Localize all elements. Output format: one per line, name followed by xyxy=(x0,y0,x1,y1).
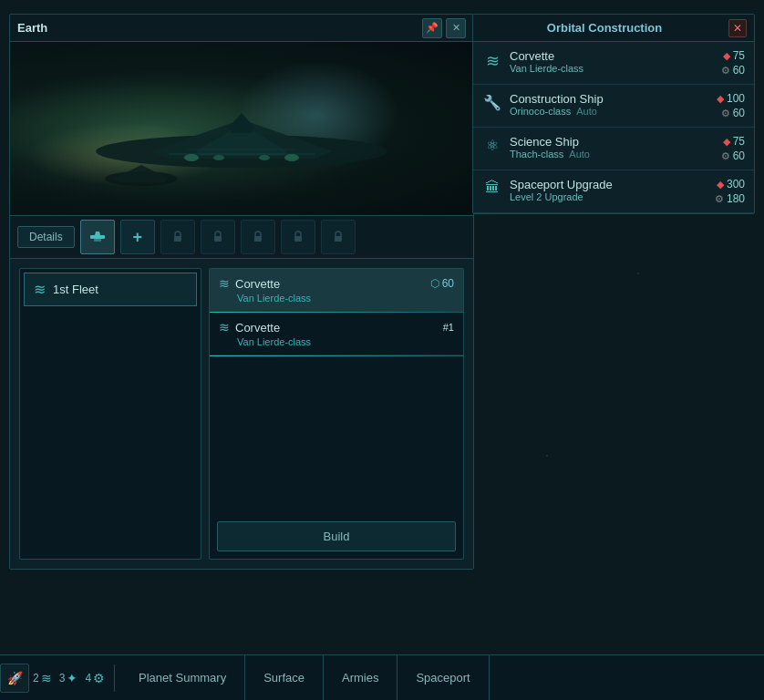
orbital-item-2-info: Science Ship Thach-class Auto xyxy=(510,135,674,160)
orbital-energy-row-3: ⚙ 180 xyxy=(715,192,745,205)
fleet-item[interactable]: ≋ 1st Fleet xyxy=(24,273,197,306)
bottom-science-item[interactable]: 3 ✦ xyxy=(56,671,82,685)
fleet-icon: ≋ xyxy=(34,281,46,298)
orbital-minerals-row-0: ◆ 75 xyxy=(723,49,745,62)
details-button[interactable]: Details xyxy=(17,226,75,248)
orbital-item-1-costs: ◆ 100 ⚙ 60 xyxy=(681,92,745,119)
energy-icon-orb-3: ⚙ xyxy=(715,193,724,205)
build-button[interactable]: Build xyxy=(217,521,456,551)
svg-rect-14 xyxy=(94,239,101,242)
svg-rect-16 xyxy=(214,236,222,242)
minerals-icon-0: ◆ xyxy=(723,50,730,62)
bottom-construct-item[interactable]: 4 ⚙ xyxy=(81,671,108,685)
energy-icon-orb-1: ⚙ xyxy=(721,108,730,119)
pin-button[interactable]: 📌 xyxy=(422,18,442,38)
orbital-item-2[interactable]: ⚛ Science Ship Thach-class Auto ◆ 75 ⚙ 6… xyxy=(473,128,754,170)
bottom-icon-ship[interactable]: 🚀 xyxy=(0,664,29,693)
svg-rect-12 xyxy=(90,235,105,239)
ship-tab-icon xyxy=(88,228,107,246)
lock-icon-6 xyxy=(291,230,305,244)
tab-6[interactable] xyxy=(281,220,315,254)
orbital-item-2-costs: ◆ 75 ⚙ 60 xyxy=(681,135,745,162)
minerals-val-3: 300 xyxy=(727,178,745,190)
ship-item-1-header: ≋ Corvette #1 xyxy=(219,320,454,335)
ship-name-0: Corvette xyxy=(235,277,280,291)
bottom-tab-planet-summary[interactable]: Planet Summary xyxy=(120,655,245,700)
ship-subname-0: Van Lierde-class xyxy=(237,293,454,304)
orbital-minerals-row-2: ◆ 75 xyxy=(723,135,745,148)
ship-badge-label-1: #1 xyxy=(443,322,454,333)
orbital-item-1[interactable]: 🔧 Construction Ship Orinoco-class Auto ◆… xyxy=(473,85,754,128)
energy-icon-orb-2: ⚙ xyxy=(721,150,730,162)
orbital-item-0-class: Van Lierde-class xyxy=(510,63,674,74)
orbital-item-3-name: Spaceport Upgrade xyxy=(510,178,674,191)
ship-item-1[interactable]: ≋ Corvette #1 Van Lierde-class xyxy=(210,313,463,355)
energy-val-2: 60 xyxy=(733,149,745,162)
orbital-item-1-auto: Auto xyxy=(576,106,597,117)
orbital-item-3-costs: ◆ 300 ⚙ 180 xyxy=(681,178,745,205)
bottom-fleet-icon: ≋ xyxy=(41,671,52,685)
orbital-item-0-info: Corvette Van Lierde-class xyxy=(510,49,674,74)
orbital-title-bar: Orbital Construction ✕ xyxy=(473,15,754,42)
orbital-item-0-costs: ◆ 75 ⚙ 60 xyxy=(681,49,745,77)
orbital-item-3[interactable]: 🏛 Spaceport Upgrade Level 2 Upgrade ◆ 30… xyxy=(473,170,754,213)
orbital-title: Orbital Construction xyxy=(480,21,728,35)
orbital-minerals-row-3: ◆ 300 xyxy=(717,178,745,190)
build-btn-row: Build xyxy=(210,514,463,559)
bottom-tab-armies[interactable]: Armies xyxy=(324,655,397,700)
close-button[interactable]: ✕ xyxy=(446,18,466,38)
tab-ship[interactable] xyxy=(80,220,115,254)
tab-3[interactable] xyxy=(160,220,195,254)
ship-item-1-left: ≋ Corvette xyxy=(219,320,280,335)
orbital-item-2-name: Science Ship xyxy=(510,135,674,149)
fleet-name: 1st Fleet xyxy=(53,283,98,296)
orbital-item-3-class: Level 2 Upgrade xyxy=(510,191,674,202)
ships-list: ≋ Corvette ⬡ 60 Van Lierde-class ≋ Corve… xyxy=(209,268,464,560)
orbital-minerals-row-1: ◆ 100 xyxy=(717,92,745,105)
orbital-item-1-class: Orinoco-class xyxy=(510,106,571,117)
orbital-close-button[interactable]: ✕ xyxy=(728,19,747,37)
energy-value-0: 60 xyxy=(442,277,454,290)
energy-icon-orb-0: ⚙ xyxy=(721,65,730,77)
orbital-item-3-info: Spaceport Upgrade Level 2 Upgrade xyxy=(510,178,674,202)
energy-val-1: 60 xyxy=(733,107,745,119)
svg-marker-13 xyxy=(95,232,100,235)
orbital-item-1-info: Construction Ship Orinoco-class Auto xyxy=(510,92,674,117)
tab-7[interactable] xyxy=(321,220,356,254)
ship-subname-1: Van Lierde-class xyxy=(237,336,454,347)
tab-5[interactable] xyxy=(241,220,275,254)
ship-name-1: Corvette xyxy=(235,321,280,335)
minerals-val-2: 75 xyxy=(733,135,745,148)
minerals-val-0: 75 xyxy=(733,49,745,62)
lock-icon-7 xyxy=(331,230,346,244)
orbital-energy-row-0: ⚙ 60 xyxy=(721,64,745,77)
svg-point-7 xyxy=(213,155,224,160)
energy-val-0: 60 xyxy=(733,64,745,77)
svg-rect-15 xyxy=(174,236,181,242)
corvette-icon-1: ≋ xyxy=(219,320,230,335)
tab-4[interactable] xyxy=(201,220,235,254)
bottom-science-num: 3 xyxy=(59,672,66,685)
lock-icon-3 xyxy=(170,230,185,244)
bottom-science-icon: ✦ xyxy=(67,671,77,685)
minerals-icon-1: ◆ xyxy=(717,93,724,105)
orbital-item-0[interactable]: ≋ Corvette Van Lierde-class ◆ 75 ⚙ 60 xyxy=(473,42,754,85)
bottom-fleet-item[interactable]: 2 ≋ xyxy=(29,671,56,685)
ship-badge-1: #1 xyxy=(443,322,454,333)
svg-rect-18 xyxy=(294,236,302,242)
tab-add[interactable]: + xyxy=(120,220,155,254)
minerals-val-1: 100 xyxy=(727,92,745,105)
bottom-tab-spaceport[interactable]: Spaceport xyxy=(397,655,489,700)
svg-point-6 xyxy=(184,154,199,161)
details-bar: Details + xyxy=(10,215,473,259)
svg-rect-19 xyxy=(335,236,342,242)
orbital-item-1-name: Construction Ship xyxy=(510,92,674,106)
ship-item-0[interactable]: ≋ Corvette ⬡ 60 Van Lierde-class xyxy=(210,269,463,312)
corvette-orbital-icon: ≋ xyxy=(482,51,502,71)
ship-cost-0: ⬡ 60 xyxy=(430,277,454,290)
ship-svg xyxy=(59,69,424,206)
bottom-tab-surface[interactable]: Surface xyxy=(245,655,324,700)
bottom-construct-num: 4 xyxy=(85,672,91,685)
fleet-section: ≋ 1st Fleet ≋ Corvette ⬡ 60 Van Lierd xyxy=(10,259,473,569)
spaceport-orbital-icon: 🏛 xyxy=(482,180,502,196)
